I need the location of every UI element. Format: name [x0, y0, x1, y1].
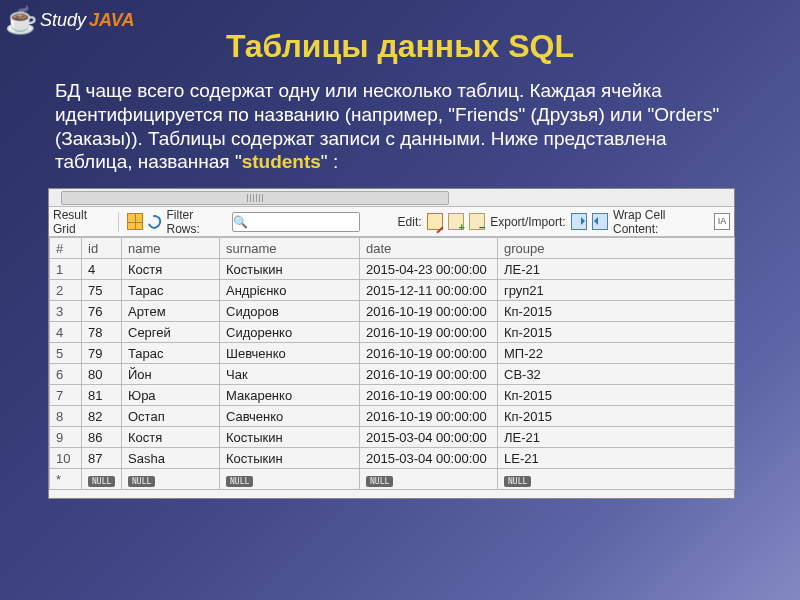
export-icon[interactable]: [571, 213, 587, 230]
cell-groupe[interactable]: Кп-2015: [498, 301, 735, 322]
cell-date[interactable]: 2015-12-11 00:00:00: [360, 280, 498, 301]
cell-date[interactable]: 2016-10-19 00:00:00: [360, 406, 498, 427]
cell-date[interactable]: 2016-10-19 00:00:00: [360, 364, 498, 385]
table-row-new[interactable]: *NULLNULLNULLNULLNULL: [50, 469, 735, 490]
cell-n[interactable]: 10: [50, 448, 82, 469]
cell-surname[interactable]: Сидоров: [220, 301, 360, 322]
cell-groupe[interactable]: груп21: [498, 280, 735, 301]
cell-date[interactable]: 2016-10-19 00:00:00: [360, 301, 498, 322]
filter-rows-input[interactable]: [249, 213, 359, 231]
cell-surname[interactable]: Костыкин: [220, 448, 360, 469]
cell-date[interactable]: NULL: [360, 469, 498, 490]
cell-date[interactable]: 2016-10-19 00:00:00: [360, 322, 498, 343]
cell-name[interactable]: Сергей: [122, 322, 220, 343]
horizontal-scrollbar[interactable]: [49, 189, 734, 207]
cell-groupe[interactable]: Кп-2015: [498, 385, 735, 406]
table-row[interactable]: 579ТарасШевченко2016-10-19 00:00:00МП-22: [50, 343, 735, 364]
table-row[interactable]: 478СергейСидоренко2016-10-19 00:00:00Кп-…: [50, 322, 735, 343]
scrollbar-thumb[interactable]: [61, 191, 449, 205]
cell-id[interactable]: 80: [82, 364, 122, 385]
cell-n[interactable]: 7: [50, 385, 82, 406]
cell-n[interactable]: 9: [50, 427, 82, 448]
cell-groupe[interactable]: ЛЕ-21: [498, 259, 735, 280]
cell-surname[interactable]: Савченко: [220, 406, 360, 427]
col-header-id[interactable]: id: [82, 238, 122, 259]
cell-n[interactable]: 3: [50, 301, 82, 322]
cell-date[interactable]: 2015-04-23 00:00:00: [360, 259, 498, 280]
cell-groupe[interactable]: Кп-2015: [498, 406, 735, 427]
cell-name[interactable]: Остап: [122, 406, 220, 427]
cell-surname[interactable]: Костыкин: [220, 427, 360, 448]
cell-name[interactable]: Тарас: [122, 343, 220, 364]
logo: ☕ Study JAVA: [5, 5, 134, 36]
cell-groupe[interactable]: NULL: [498, 469, 735, 490]
cell-id[interactable]: 87: [82, 448, 122, 469]
cell-name[interactable]: Артем: [122, 301, 220, 322]
cell-surname[interactable]: Шевченко: [220, 343, 360, 364]
filter-rows-field[interactable]: 🔍: [232, 212, 360, 232]
table-row[interactable]: 882ОстапСавченко2016-10-19 00:00:00Кп-20…: [50, 406, 735, 427]
grid-icon[interactable]: [127, 213, 143, 230]
cell-surname[interactable]: Чак: [220, 364, 360, 385]
table-row[interactable]: 376АртемСидоров2016-10-19 00:00:00Кп-201…: [50, 301, 735, 322]
null-badge: NULL: [226, 476, 253, 487]
cell-name[interactable]: Йон: [122, 364, 220, 385]
cell-groupe[interactable]: МП-22: [498, 343, 735, 364]
add-row-icon[interactable]: [448, 213, 464, 230]
import-icon[interactable]: [592, 213, 608, 230]
wrap-cell-icon[interactable]: [714, 213, 730, 230]
cell-groupe[interactable]: СВ-32: [498, 364, 735, 385]
cell-n[interactable]: 8: [50, 406, 82, 427]
cell-surname[interactable]: Сидоренко: [220, 322, 360, 343]
cell-id[interactable]: 78: [82, 322, 122, 343]
cell-surname[interactable]: Костыкин: [220, 259, 360, 280]
table-row[interactable]: 1087SashaКостыкин2015-03-04 00:00:00LE-2…: [50, 448, 735, 469]
cell-date[interactable]: 2015-03-04 00:00:00: [360, 427, 498, 448]
cell-id[interactable]: 81: [82, 385, 122, 406]
cell-id[interactable]: 86: [82, 427, 122, 448]
edit-icon[interactable]: [427, 213, 443, 230]
cell-name[interactable]: NULL: [122, 469, 220, 490]
col-header-num[interactable]: #: [50, 238, 82, 259]
null-badge: NULL: [504, 476, 531, 487]
cell-id[interactable]: 79: [82, 343, 122, 364]
cell-id[interactable]: 75: [82, 280, 122, 301]
cell-n[interactable]: 5: [50, 343, 82, 364]
col-header-surname[interactable]: surname: [220, 238, 360, 259]
table-row[interactable]: 986КостяКостыкин2015-03-04 00:00:00ЛЕ-21: [50, 427, 735, 448]
table-row[interactable]: 680ЙонЧак2016-10-19 00:00:00СВ-32: [50, 364, 735, 385]
cell-n[interactable]: 1: [50, 259, 82, 280]
col-header-groupe[interactable]: groupe: [498, 238, 735, 259]
col-header-date[interactable]: date: [360, 238, 498, 259]
table-row[interactable]: 14КостяКостыкин2015-04-23 00:00:00ЛЕ-21: [50, 259, 735, 280]
refresh-icon[interactable]: [145, 212, 164, 231]
cell-surname[interactable]: NULL: [220, 469, 360, 490]
cell-n[interactable]: 2: [50, 280, 82, 301]
cell-id[interactable]: 4: [82, 259, 122, 280]
cell-n[interactable]: *: [50, 469, 82, 490]
cell-id[interactable]: 82: [82, 406, 122, 427]
cell-name[interactable]: Юра: [122, 385, 220, 406]
cell-id[interactable]: 76: [82, 301, 122, 322]
cell-name[interactable]: Костя: [122, 427, 220, 448]
table-row[interactable]: 275ТарасАндрієнко2015-12-11 00:00:00груп…: [50, 280, 735, 301]
cell-name[interactable]: Тарас: [122, 280, 220, 301]
col-header-name[interactable]: name: [122, 238, 220, 259]
cell-surname[interactable]: Андрієнко: [220, 280, 360, 301]
cell-date[interactable]: 2016-10-19 00:00:00: [360, 385, 498, 406]
cell-n[interactable]: 6: [50, 364, 82, 385]
cell-date[interactable]: 2016-10-19 00:00:00: [360, 343, 498, 364]
separator: [118, 212, 119, 232]
filter-rows-label: Filter Rows:: [167, 208, 227, 236]
cell-n[interactable]: 4: [50, 322, 82, 343]
cell-groupe[interactable]: ЛЕ-21: [498, 427, 735, 448]
delete-row-icon[interactable]: [469, 213, 485, 230]
cell-name[interactable]: Sasha: [122, 448, 220, 469]
cell-date[interactable]: 2015-03-04 00:00:00: [360, 448, 498, 469]
cell-surname[interactable]: Макаренко: [220, 385, 360, 406]
cell-groupe[interactable]: LE-21: [498, 448, 735, 469]
table-row[interactable]: 781ЮраМакаренко2016-10-19 00:00:00Кп-201…: [50, 385, 735, 406]
cell-groupe[interactable]: Кп-2015: [498, 322, 735, 343]
cell-id[interactable]: NULL: [82, 469, 122, 490]
cell-name[interactable]: Костя: [122, 259, 220, 280]
